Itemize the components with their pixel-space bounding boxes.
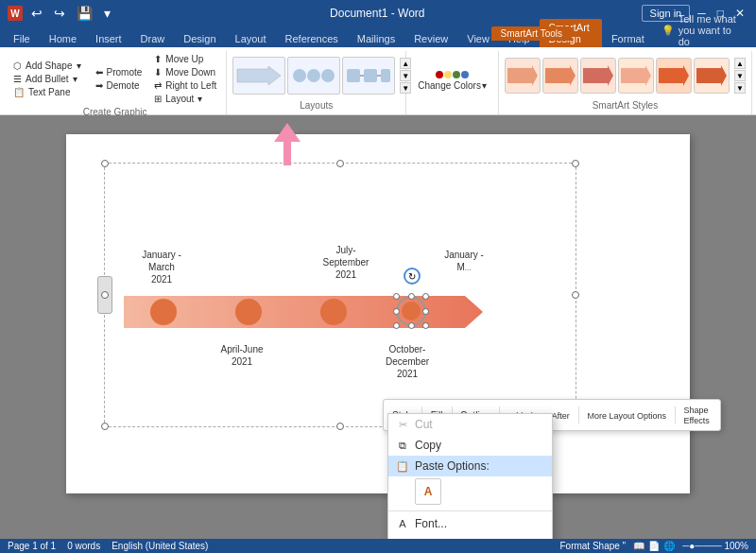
redo-button[interactable]: ↪ xyxy=(51,6,68,21)
ribbon: ⬡ Add Shape ▾ ☰ Add Bullet ▾ 📋 Text Pane… xyxy=(0,47,756,115)
add-shape-button[interactable]: ⬡ Add Shape ▾ xyxy=(9,60,85,72)
copy-icon: ⧉ xyxy=(396,439,409,452)
tab-draw[interactable]: Draw xyxy=(131,30,175,47)
dot-handle-mr[interactable] xyxy=(422,308,429,315)
tab-review[interactable]: Review xyxy=(404,30,457,47)
dot-1[interactable] xyxy=(150,299,177,325)
label-q1: January -March2021 xyxy=(133,249,190,285)
style-thumb-4[interactable] xyxy=(618,58,654,94)
style-thumb-1[interactable] xyxy=(505,58,541,94)
dot-handle-ml[interactable] xyxy=(393,308,400,315)
ribbon-tabs: SmartArt Tools File Home Insert Draw Des… xyxy=(0,26,756,47)
rotate-handle[interactable]: ↻ xyxy=(404,268,421,285)
dot-handle-bc[interactable] xyxy=(408,322,415,329)
layout-thumb-1[interactable] xyxy=(232,57,285,95)
move-down-button[interactable]: ⬇ Move Down xyxy=(150,66,220,78)
page-info: Page 1 of 1 xyxy=(8,541,56,551)
more-layout-options-button[interactable]: More Layout Options xyxy=(582,408,671,423)
move-up-button[interactable]: ⬆ Move Up xyxy=(150,53,220,65)
style-thumb-6[interactable] xyxy=(694,58,730,94)
zoom-slider[interactable]: ─●──── 100% xyxy=(682,541,748,551)
read-view-icon[interactable]: 📖 xyxy=(633,541,644,551)
handle-bl[interactable] xyxy=(101,423,109,430)
tab-file[interactable]: File xyxy=(4,30,40,47)
smartart-styles-group: ▲ ▼ ▼ SmartArt Styles xyxy=(499,51,752,114)
handle-mr[interactable] xyxy=(572,291,579,299)
divider-4 xyxy=(578,406,579,423)
tab-home[interactable]: Home xyxy=(40,30,86,47)
handle-ml[interactable] xyxy=(101,291,109,299)
add-bullet-button[interactable]: ☰ Add Bullet ▾ xyxy=(9,73,85,85)
undo-button[interactable]: ↩ xyxy=(28,6,45,21)
dot-handle-tc[interactable] xyxy=(408,293,415,300)
move-col: ⬆ Move Up ⬇ Move Down ⇄ Right to Left ⊞ … xyxy=(150,53,220,105)
save-button[interactable]: 💾 xyxy=(74,6,95,21)
tab-references[interactable]: References xyxy=(276,30,348,47)
shape-effects-button[interactable]: Shape Effects xyxy=(679,403,716,427)
dot-handle-tl[interactable] xyxy=(393,293,400,300)
smartart-styles-scroll-up[interactable]: ▲ xyxy=(734,58,746,69)
promote-col: ⬅ Promote ➡ Demote xyxy=(92,66,146,92)
tab-insert[interactable]: Insert xyxy=(86,30,131,47)
dot-handle-tr[interactable] xyxy=(422,293,429,300)
color-circle-red xyxy=(436,71,443,78)
ctx-copy[interactable]: ⧉ Copy xyxy=(388,435,552,456)
dot-handle-bl[interactable] xyxy=(393,322,400,329)
smartart-styles-label: SmartArt Styles xyxy=(505,98,746,112)
layout-icon: ⊞ xyxy=(154,94,162,104)
layout-button[interactable]: ⊞ Layout ▾ xyxy=(150,93,220,105)
smartart-styles-scroll-more[interactable]: ▼ xyxy=(734,82,746,94)
style-thumb-3[interactable] xyxy=(580,58,616,94)
text-pane-button[interactable]: 📋 Text Pane xyxy=(9,86,85,98)
add-bullet-dropdown-icon[interactable]: ▾ xyxy=(73,74,77,84)
handle-tr[interactable] xyxy=(572,160,579,167)
ctx-font[interactable]: A Font... xyxy=(388,513,552,534)
status-left: Page 1 of 1 0 words English (United Stat… xyxy=(8,541,208,551)
style-thumb-5[interactable] xyxy=(656,58,692,94)
paste-icon: 📋 xyxy=(396,459,409,473)
add-shape-dropdown-icon[interactable]: ▾ xyxy=(77,60,81,71)
context-menu: ✂ Cut ⧉ Copy 📋 Paste Options: A A Font..… xyxy=(387,413,553,539)
handle-tc[interactable] xyxy=(336,160,344,167)
web-view-icon[interactable]: 🌐 xyxy=(663,541,675,551)
demote-button[interactable]: ➡ Demote xyxy=(92,79,146,92)
smartart-tools-header: SmartArt Tools xyxy=(491,26,572,41)
ctx-paste-options[interactable]: 📋 Paste Options: xyxy=(388,456,552,476)
demote-icon: ➡ xyxy=(95,80,103,91)
tab-layout[interactable]: Layout xyxy=(226,30,276,47)
dot-3[interactable] xyxy=(320,299,347,325)
tell-me[interactable]: 💡 Tell me what you want to do xyxy=(654,13,752,47)
change-colors-content: Change Colors ▾ xyxy=(412,53,492,109)
layouts-group: ▲ ▼ ▼ Layouts xyxy=(227,51,406,114)
handle-bc[interactable] xyxy=(336,423,344,430)
paste-btn-text[interactable]: A xyxy=(415,478,441,505)
right-to-left-icon: ⇄ xyxy=(154,80,162,91)
promote-button[interactable]: ⬅ Promote xyxy=(92,66,146,78)
dot-handle-br[interactable] xyxy=(422,322,429,329)
tab-format[interactable]: Format xyxy=(602,30,654,47)
color-circles xyxy=(436,71,469,78)
layout-thumb-2[interactable] xyxy=(287,57,340,95)
smartart-styles-scroll-down[interactable]: ▼ xyxy=(734,70,746,81)
customize-button[interactable]: ▾ xyxy=(101,6,113,21)
handle-tl[interactable] xyxy=(101,160,109,167)
svg-marker-13 xyxy=(659,65,689,86)
tab-design[interactable]: Design xyxy=(174,30,225,47)
change-colors-dropdown[interactable]: ▾ xyxy=(482,80,487,91)
dot-4-selected[interactable] xyxy=(396,296,426,326)
promote-icon: ⬅ xyxy=(95,67,103,78)
layout-thumb-3[interactable] xyxy=(342,57,395,95)
right-to-left-button[interactable]: ⇄ Right to Left xyxy=(150,79,220,92)
reset-group: Reset Graphic Reset xyxy=(752,51,756,114)
ctx-change-shape[interactable]: ⬡ Change Shape ▶ xyxy=(388,534,552,539)
tab-mailings[interactable]: Mailings xyxy=(348,30,404,47)
change-colors-button[interactable]: Change Colors ▾ xyxy=(412,67,492,95)
style-thumb-2[interactable] xyxy=(542,58,578,94)
dot-2[interactable] xyxy=(235,299,262,325)
svg-marker-11 xyxy=(583,65,613,86)
smartart-selection[interactable]: ◂ xyxy=(104,163,576,427)
svg-rect-4 xyxy=(347,69,360,82)
layout-dropdown-icon[interactable]: ▾ xyxy=(198,94,202,104)
print-view-icon[interactable]: 📄 xyxy=(648,541,660,551)
status-right: Format Shape " 📖 📄 🌐 ─●──── 100% xyxy=(559,541,748,551)
